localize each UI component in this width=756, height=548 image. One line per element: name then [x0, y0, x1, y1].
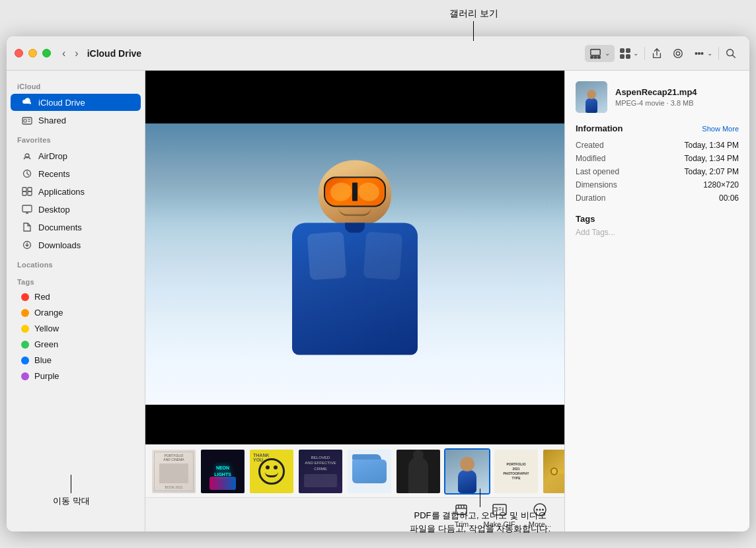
svg-point-8	[674, 49, 683, 57]
sidebar-item-desktop[interactable]: Desktop	[11, 201, 141, 218]
last-opened-value: Today, 2:07 PM	[685, 167, 739, 176]
bottom-action-callout: PDF를 결합하고, 오디오 및 비디오 파일을 다듬고, 작업을 자동화합니다…	[410, 489, 550, 535]
gallery-view-button[interactable]: ⌄	[585, 45, 615, 62]
gallery-view-callout: 갤러리 보기	[449, 8, 498, 41]
close-button[interactable]	[15, 49, 23, 57]
filmstrip-thumb-6[interactable]	[395, 448, 441, 495]
goggles	[324, 177, 386, 207]
jacket-detail-right	[363, 232, 403, 281]
filmstrip-thumb-8[interactable]: PORTFOLIO2021PHOTOGRAPHYTYPE	[493, 448, 539, 495]
smile	[338, 207, 371, 217]
desktop-label: Desktop	[38, 205, 70, 215]
recents-icon	[21, 168, 33, 180]
add-tags-field[interactable]: Add Tags...	[576, 228, 739, 237]
duration-label: Duration	[576, 193, 605, 203]
filmstrip-thumb-4[interactable]: BELOVEDAND EFFECTIVECRIME	[297, 448, 344, 495]
filmstrip-thumb-3[interactable]: THANKYOU	[248, 448, 295, 495]
tag-orange-label: Orange	[34, 308, 63, 318]
icloud-section-header: iCloud	[7, 76, 145, 93]
created-label: Created	[576, 141, 604, 150]
gallery-main-view[interactable]	[145, 71, 564, 444]
duration-value: 00:06	[719, 193, 739, 203]
minimize-button[interactable]	[28, 49, 37, 57]
icloud-drive-label: iCloud Drive	[38, 98, 85, 108]
titlebar: ‹ › iCloud Drive ⌄ ⌄	[7, 36, 749, 71]
tag-button[interactable]	[667, 45, 689, 62]
sidebar-item-downloads[interactable]: Downloads	[11, 236, 141, 254]
maximize-button[interactable]	[42, 49, 51, 57]
more-icon	[693, 48, 705, 59]
sidebar-item-tag-red[interactable]: Red	[11, 289, 141, 304]
filmstrip-thumb-7-selected[interactable]	[444, 448, 490, 495]
svg-rect-1	[591, 56, 593, 58]
more-button[interactable]: ⌄	[689, 45, 717, 62]
snowboarder-figure	[292, 160, 418, 355]
search-button[interactable]	[720, 45, 741, 62]
info-row-last-opened: Last opened Today, 2:07 PM	[576, 165, 739, 178]
dimensions-value: 1280×720	[703, 180, 739, 189]
finder-window: ‹ › iCloud Drive ⌄ ⌄	[7, 36, 749, 531]
sidebar-item-recents[interactable]: Recents	[11, 165, 141, 182]
downloads-icon	[21, 239, 33, 251]
downloads-label: Downloads	[38, 240, 81, 250]
goggle-left-lens	[330, 181, 354, 202]
sidebar-item-tag-blue[interactable]: Blue	[11, 353, 141, 368]
svg-rect-24	[28, 188, 32, 191]
sidebar-item-tag-purple[interactable]: Purple	[11, 368, 141, 384]
shared-label: Shared	[38, 116, 66, 125]
sidebar-item-tag-green[interactable]: Green	[11, 337, 141, 352]
sidebar-item-tag-yellow[interactable]: Yellow	[11, 321, 141, 336]
share-button[interactable]	[646, 45, 667, 62]
svg-rect-3	[598, 56, 601, 58]
tag-orange-dot	[21, 309, 29, 317]
last-opened-label: Last opened	[576, 167, 619, 176]
view-options-button[interactable]: ⌄	[615, 45, 643, 62]
tag-green-dot	[21, 341, 29, 349]
filmstrip-thumb-1[interactable]: PORTFOLIOAND CINEMA BOOK 2021	[151, 448, 197, 495]
toolbar-divider-2	[718, 47, 719, 60]
svg-rect-25	[22, 205, 32, 212]
svg-rect-16	[24, 120, 26, 122]
sidebar-item-shared[interactable]: Shared	[11, 112, 141, 129]
modified-value: Today, 1:34 PM	[685, 154, 739, 163]
svg-rect-0	[591, 49, 600, 55]
letterbox-bottom	[145, 405, 564, 444]
letterbox-top	[145, 71, 564, 123]
tags-section-header: Tags	[7, 271, 145, 289]
back-button[interactable]: ‹	[59, 46, 69, 61]
svg-point-11	[699, 52, 700, 54]
svg-rect-23	[22, 188, 26, 191]
applications-label: Applications	[38, 187, 85, 197]
head	[319, 160, 391, 226]
favorites-section-header: Favorites	[7, 129, 145, 147]
jacket-detail-left	[307, 232, 347, 281]
svg-point-9	[676, 51, 679, 55]
filmstrip-thumb-5[interactable]	[346, 448, 393, 495]
svg-point-10	[695, 52, 697, 54]
airdrop-label: AirDrop	[38, 151, 67, 161]
tag-red-label: Red	[34, 292, 50, 302]
content-area: iCloud iCloud Drive	[7, 71, 749, 531]
info-section-header: Information Show More	[576, 123, 739, 133]
svg-rect-21	[22, 191, 26, 195]
filmstrip-thumb-2[interactable]: NEONLIGHTS	[200, 448, 246, 495]
modified-label: Modified	[576, 154, 605, 163]
tag-green-label: Green	[34, 339, 58, 349]
filmstrip-thumb-9[interactable]	[542, 448, 564, 495]
tag-yellow-label: Yellow	[34, 324, 59, 333]
info-section-title: Information	[576, 123, 623, 133]
sidebar-item-airdrop[interactable]: AirDrop	[11, 147, 141, 164]
shared-icon	[21, 114, 33, 126]
sidebar: iCloud iCloud Drive	[7, 71, 145, 531]
forward-button[interactable]: ›	[71, 46, 81, 61]
sidebar-item-icloud-drive[interactable]: iCloud Drive	[11, 94, 141, 111]
svg-rect-22	[28, 191, 32, 195]
sidebar-item-documents[interactable]: Documents	[11, 219, 141, 236]
tag-purple-dot	[21, 372, 29, 380]
share-icon	[651, 48, 663, 59]
show-more-button[interactable]: Show More	[702, 125, 739, 133]
tags-title: Tags	[576, 214, 739, 224]
sidebar-item-applications[interactable]: Applications	[11, 183, 141, 200]
sidebar-item-tag-orange[interactable]: Orange	[11, 305, 141, 320]
svg-rect-2	[594, 56, 597, 58]
